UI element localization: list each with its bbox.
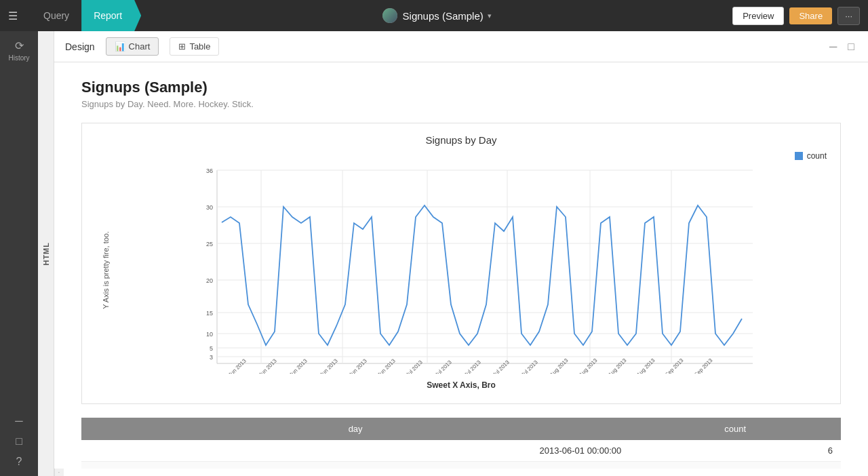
table-row: 2013-06-02 00:00:008 (81, 462, 841, 469)
svg-text:Jun 2013: Jun 2013 (288, 357, 309, 374)
menu-icon[interactable]: ☰ (8, 9, 18, 22)
col-header-day: day (81, 418, 629, 440)
resize-handle[interactable]: · (54, 469, 64, 476)
svg-text:20: 20 (206, 277, 213, 284)
table-cell-day: 2013-06-01 00:00:00 (81, 440, 629, 462)
report-main-title: Signups (Sample) (81, 79, 841, 96)
chart-svg: .grid-line { stroke: #e8e8e8; stroke-wid… (116, 163, 827, 374)
chart-legend: count (96, 151, 827, 161)
minimize-button[interactable]: ─ (827, 39, 840, 54)
table-tab-label: Table (189, 41, 210, 52)
svg-text:Jul 2013: Jul 2013 (492, 359, 511, 374)
svg-text:30: 30 (206, 204, 213, 211)
table-row: 2013-06-01 00:00:006 (81, 440, 841, 462)
table-tab[interactable]: ⊞ Table (170, 37, 219, 56)
svg-text:Aug 2013: Aug 2013 (549, 357, 570, 374)
data-table: day count 2013-06-01 00:00:0062013-06-02… (81, 418, 841, 469)
left-sidebar: ⟳ History ─ □ ? (0, 31, 38, 476)
svg-text:5: 5 (210, 345, 213, 352)
y-axis-label-container: Y Axis is pretty fire, too. (96, 163, 116, 376)
svg-text:Jun 2013: Jun 2013 (227, 357, 248, 374)
sub-nav: Design 📊 Chart ⊞ Table ─ □ (54, 31, 868, 62)
svg-text:Aug 2013: Aug 2013 (607, 357, 628, 374)
topbar-right: Preview Share ··· (732, 7, 860, 25)
topbar: ☰ Query Report Signups (Sample) ▾ Previe… (0, 0, 868, 31)
chart-icon: 📊 (115, 41, 125, 52)
history-icon: ⟳ (15, 39, 24, 52)
chart-title: Signups by Day (96, 134, 827, 146)
svg-text:15: 15 (206, 310, 213, 317)
x-axis-label: Sweet X Axis, Bro (96, 380, 827, 390)
svg-text:25: 25 (206, 241, 213, 247)
minus-icon[interactable]: ─ (15, 415, 22, 427)
y-axis-label: Y Axis is pretty fire, too. (102, 231, 110, 309)
svg-text:3: 3 (210, 354, 213, 361)
report-subtitle: Signups by Day. Need. More. Hockey. Stic… (81, 99, 841, 109)
svg-text:10: 10 (206, 331, 213, 338)
resize-dots: · (58, 469, 61, 476)
col-header-count: count (629, 418, 841, 440)
svg-text:Sep 2013: Sep 2013 (664, 357, 685, 374)
table-cell-count: 8 (629, 462, 841, 469)
avatar (382, 8, 397, 23)
svg-text:Jul 2013: Jul 2013 (463, 359, 482, 374)
svg-text:36: 36 (206, 167, 213, 174)
chart-plot-area: .grid-line { stroke: #e8e8e8; stroke-wid… (116, 163, 827, 376)
sidebar-item-history[interactable]: ⟳ History (8, 39, 29, 62)
table-cell-count: 6 (629, 440, 841, 462)
topbar-tabs: Query Report (31, 0, 141, 31)
report-title-topbar: Signups (Sample) ▾ (403, 10, 492, 22)
history-label: History (8, 54, 29, 62)
content-top-right: ─ □ (827, 39, 857, 54)
html-tab-label: HTML (42, 242, 50, 266)
svg-text:Jun 2013: Jun 2013 (348, 357, 368, 374)
square-icon[interactable]: □ (16, 435, 22, 448)
report-tab[interactable]: Report (81, 0, 141, 31)
sidebar-bottom: ─ □ ? (15, 415, 22, 468)
legend-label: count (807, 151, 827, 161)
svg-text:Jul 2013: Jul 2013 (434, 359, 453, 374)
report-content: Signups (Sample) Signups by Day. Need. M… (54, 62, 868, 469)
legend-swatch (795, 152, 803, 160)
report-title-text: Signups (Sample) (403, 10, 484, 22)
table-cell-day: 2013-06-02 00:00:00 (81, 462, 629, 469)
help-icon[interactable]: ? (16, 456, 22, 468)
preview-button[interactable]: Preview (732, 7, 784, 25)
svg-text:Aug 2013: Aug 2013 (578, 357, 599, 374)
svg-text:Jun 2013: Jun 2013 (319, 357, 339, 374)
chart-area: Y Axis is pretty fire, too. .grid-line {… (96, 163, 827, 376)
svg-text:Jul 2013: Jul 2013 (405, 359, 424, 374)
topbar-center: Signups (Sample) ▾ (141, 8, 732, 23)
chevron-down-icon: ▾ (488, 12, 492, 20)
design-tab[interactable]: Design (65, 41, 95, 52)
content-area: Design 📊 Chart ⊞ Table ─ □ Signups (Samp… (54, 31, 868, 476)
svg-text:Aug 2013: Aug 2013 (635, 357, 656, 374)
query-tab[interactable]: Query (31, 0, 81, 31)
expand-button[interactable]: □ (845, 39, 857, 54)
html-tab[interactable]: HTML (38, 31, 54, 476)
main-layout: ⟳ History ─ □ ? HTML Design 📊 Chart ⊞ Ta… (0, 31, 868, 476)
svg-text:Sep 2013: Sep 2013 (693, 357, 714, 374)
more-button[interactable]: ··· (837, 7, 860, 25)
svg-text:Jun 2013: Jun 2013 (376, 357, 397, 374)
share-button[interactable]: Share (789, 7, 832, 24)
chart-container: Signups by Day count Y Axis is pretty fi… (81, 123, 841, 404)
chart-tab-label: Chart (129, 41, 151, 52)
svg-text:Jul 2013: Jul 2013 (520, 359, 539, 374)
chart-tab[interactable]: 📊 Chart (106, 37, 159, 56)
table-icon: ⊞ (178, 41, 186, 52)
